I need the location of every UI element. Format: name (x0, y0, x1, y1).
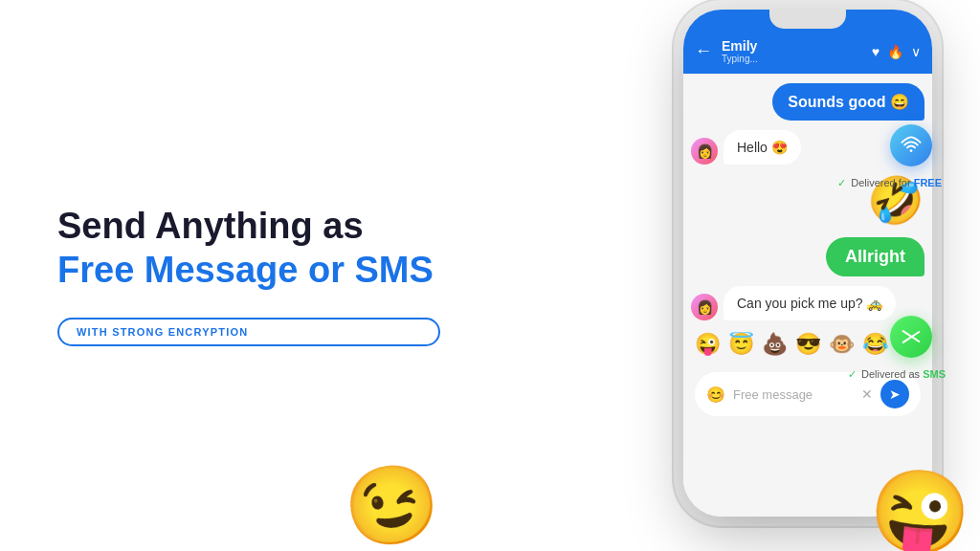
check-icon-sms: ✓ (848, 368, 857, 380)
message-sent-1: Sounds good 😄 (772, 83, 924, 121)
headline: Send Anything as Free Message or SMS (57, 205, 440, 292)
contact-info: Emily Typing... (722, 38, 862, 64)
emoji-1[interactable]: 😜 (695, 332, 721, 357)
free-keyword: FREE (914, 177, 942, 188)
message-input[interactable]: Free message (733, 387, 854, 402)
header-icons: ♥ 🔥 ∨ (872, 44, 921, 59)
delivered-sms-label: ✓ Delivered as SMS (848, 368, 946, 381)
svg-point-0 (910, 149, 913, 152)
emoji-bottom-right: 😜 (865, 461, 974, 551)
sms-keyword: SMS (923, 368, 946, 380)
chevron-down-icon[interactable]: ∨ (911, 44, 921, 59)
message-recv-2: Can you pick me up? 🚕 (724, 286, 896, 320)
delivered-text: Delivered for (851, 177, 910, 188)
flame-icon[interactable]: 🔥 (887, 44, 903, 59)
delivered-free-label: ✓ Delivered for FREE (837, 177, 942, 189)
contact-status: Typing... (722, 54, 862, 64)
headline-line2: Free Message or SMS (57, 250, 434, 290)
message-recv-1: Hello 😍 (724, 130, 801, 165)
back-button[interactable]: ← (695, 41, 712, 61)
headline-line1: Send Anything as (57, 206, 364, 246)
delivered-sms-text: Delivered as (861, 368, 920, 380)
sms-delivery-icon (890, 316, 932, 358)
clear-input-icon[interactable]: ✕ (861, 386, 873, 402)
contact-name: Emily (722, 38, 862, 54)
emoji-6[interactable]: 😂 (862, 332, 888, 357)
check-icon: ✓ (837, 177, 846, 188)
wifi-delivery-icon (890, 124, 932, 166)
emoji-3[interactable]: 💩 (762, 332, 788, 357)
message-recv-2-wrap: 👩 Can you pick me up? 🚕 (691, 286, 924, 320)
avatar-2: 👩 (691, 294, 718, 320)
message-sent-sms: Allright (826, 237, 924, 276)
send-button[interactable]: ➤ (880, 380, 909, 408)
emoji-5[interactable]: 🐵 (829, 332, 855, 357)
avatar-1: 👩 (691, 138, 718, 165)
phone-frame: ← Emily Typing... ♥ 🔥 ∨ Sounds good 😄 👩 … (683, 10, 932, 517)
emoji-bottom-left: 😉 (338, 453, 448, 551)
emoji-4[interactable]: 😎 (795, 332, 821, 357)
send-icon: ➤ (889, 386, 901, 402)
phone-notch (769, 10, 846, 29)
emoji-picker-icon[interactable]: 😊 (706, 386, 725, 404)
encryption-badge[interactable]: WITH STRONG ENCRYPTION (57, 318, 440, 346)
heart-icon[interactable]: ♥ (872, 44, 880, 59)
emoji-2[interactable]: 😇 (728, 332, 754, 357)
